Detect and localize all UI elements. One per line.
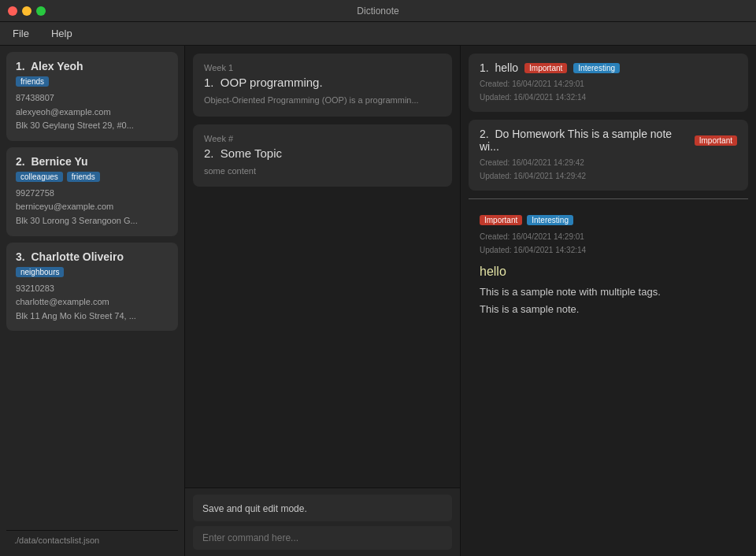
note-detail-meta: Created: 16/04/2021 14:29:01 Updated: 16…: [480, 230, 737, 257]
contacts-footer: ./data/contactslist.json: [6, 530, 178, 550]
contact-name-2: 2. Bernice Yu: [16, 155, 169, 168]
tag-colleagues-2: colleagues: [16, 172, 63, 182]
note-detail-tag-important: Important: [480, 215, 522, 225]
menu-file[interactable]: File: [8, 26, 34, 41]
tag-friends-2: friends: [67, 172, 100, 182]
titlebar-buttons: [8, 6, 46, 16]
contact-card-2[interactable]: 2. Bernice Yu colleagues friends 9927275…: [6, 147, 178, 236]
maximize-button[interactable]: [36, 6, 46, 16]
contact-info-1: 87438807 alexyeoh@example.com Blk 30 Gey…: [16, 91, 169, 133]
contact-card-3[interactable]: 3. Charlotte Oliveiro neighbours 9321028…: [6, 243, 178, 332]
contact-name-3: 3. Charlotte Oliveiro: [16, 250, 169, 263]
titlebar: Dictionote: [0, 0, 756, 22]
contact-tags-1: friends: [16, 76, 169, 87]
note-detail-title: hello: [480, 265, 737, 279]
topic-week-2: Week #: [204, 134, 441, 143]
note-tag-important-2: Important: [695, 135, 737, 146]
close-button[interactable]: [8, 6, 17, 16]
save-quit-label: Save and quit edit mode.: [202, 503, 307, 514]
note-card-1[interactable]: 1. hello Important Interesting Created: …: [469, 54, 748, 112]
note-tag-interesting-1: Interesting: [573, 63, 620, 73]
contact-info-3: 93210283 charlotte@example.com Blk 11 An…: [16, 282, 169, 324]
note-meta-1: Created: 16/04/2021 14:29:01 Updated: 16…: [480, 77, 737, 104]
topic-title-1: 1. OOP programming.: [204, 76, 441, 89]
app-title: Dictionote: [357, 6, 398, 17]
tag-friends-1: friends: [16, 76, 49, 87]
contact-name-1: 1. Alex Yeoh: [16, 60, 169, 72]
topics-scroll: Week 1 1. OOP programming. Object-Orient…: [185, 46, 460, 487]
note-meta-2: Created: 16/04/2021 14:29:42 Updated: 16…: [480, 156, 737, 183]
topics-panel: Week 1 1. OOP programming. Object-Orient…: [185, 46, 461, 556]
middle-bottom-bar: Save and quit edit mode.: [185, 487, 460, 556]
contact-info-2: 99272758 berniceyu@example.com Blk 30 Lo…: [16, 187, 169, 228]
note-detail-tag-interesting: Interesting: [527, 215, 573, 225]
contact-tags-2: colleagues friends: [16, 172, 169, 182]
tag-neighbours-3: neighbours: [16, 267, 64, 277]
topic-desc-2: some content: [204, 165, 441, 178]
contact-tags-3: neighbours: [16, 267, 169, 277]
main-layout: 1. Alex Yeoh friends 87438807 alexyeoh@e…: [0, 46, 756, 556]
command-input[interactable]: [193, 526, 452, 550]
note-detail-body: This is a sample note with multiple tags…: [480, 284, 737, 318]
note-title-1: 1. hello: [480, 61, 518, 74]
note-tag-important-1: Important: [524, 63, 567, 73]
note-divider: [469, 198, 748, 199]
minimize-button[interactable]: [22, 6, 32, 16]
note-header-row-1: 1. hello Important Interesting: [480, 61, 737, 74]
topic-week-1: Week 1: [204, 63, 441, 72]
topic-title-2: 2. Some Topic: [204, 146, 441, 160]
topic-card-1[interactable]: Week 1 1. OOP programming. Object-Orient…: [193, 54, 452, 117]
note-detail-tags: Important Interesting: [480, 215, 737, 225]
note-detail: Important Interesting Created: 16/04/202…: [469, 207, 748, 326]
menubar: File Help: [0, 22, 756, 46]
note-header-row-2: 2. Do Homework This is a sample note wi.…: [480, 128, 737, 153]
save-quit-button[interactable]: Save and quit edit mode.: [193, 495, 452, 521]
note-title-2: 2. Do Homework This is a sample note wi.…: [480, 128, 688, 153]
contacts-panel: 1. Alex Yeoh friends 87438807 alexyeoh@e…: [0, 46, 185, 556]
notes-panel: 1. hello Important Interesting Created: …: [461, 46, 756, 556]
contact-card-1[interactable]: 1. Alex Yeoh friends 87438807 alexyeoh@e…: [6, 52, 178, 141]
topic-desc-1: Object-Oriented Programming (OOP) is a p…: [204, 94, 441, 107]
topic-card-2[interactable]: Week # 2. Some Topic some content: [193, 124, 452, 187]
note-card-2[interactable]: 2. Do Homework This is a sample note wi.…: [469, 120, 748, 191]
menu-help[interactable]: Help: [46, 26, 77, 41]
